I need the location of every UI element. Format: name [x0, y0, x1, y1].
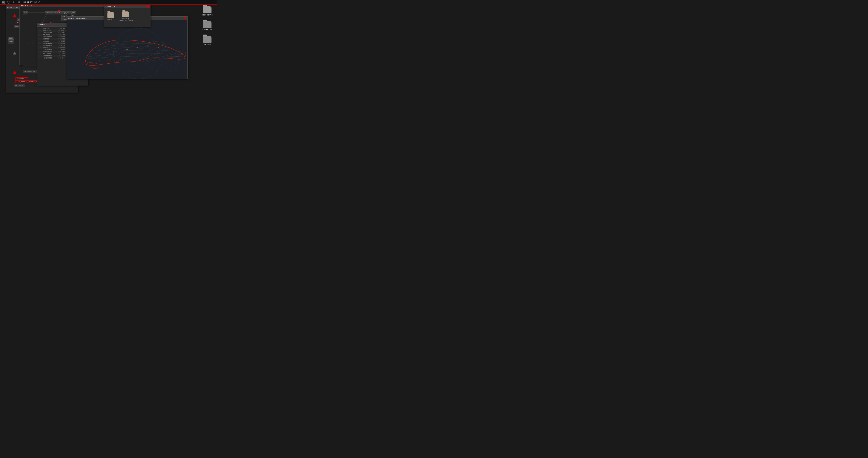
node-02[interactable]: 0.2	[23, 11, 28, 15]
svg-line-25	[113, 44, 151, 63]
infinity-folder-label-1: Infinity	[107, 19, 115, 20]
desktop-icon-photos[interactable]: PHOTOS	[202, 36, 213, 46]
craft-content: -10.4 -100.4 -8	[67, 20, 187, 79]
console-row-num: 04	[38, 34, 43, 36]
console-row-code: 124611115	[43, 49, 58, 51]
svg-rect-41	[126, 49, 128, 50]
console-row-code: nnabbc--	[43, 40, 58, 42]
console-row-num: 03	[38, 32, 43, 33]
svg-line-3	[25, 12, 47, 13]
mesh1-triangle-3	[13, 70, 16, 74]
console-row-num: 12	[38, 51, 43, 53]
console-row-code: 414544414	[43, 36, 58, 38]
console-row-code: nc--nabb	[43, 53, 58, 55]
node-4778: 4778	[8, 40, 14, 44]
console-row-code: nnabbc--	[43, 30, 58, 31]
grid-icon[interactable]	[2, 1, 5, 4]
console-row-code: 1d4dddd4a	[43, 32, 58, 33]
infinity-folder-2[interactable]: Infinity (Spacefleet Mod)	[119, 11, 133, 21]
console-row-code: mfmmfijja	[43, 42, 58, 44]
mesh1-triangle-2	[13, 52, 16, 55]
svg-rect-42	[137, 47, 138, 48]
svg-rect-43	[147, 46, 149, 47]
search-icon[interactable]: ⚲	[12, 1, 16, 4]
infinity-titlebar: INFINITY	[104, 5, 150, 8]
trash-icon[interactable]: 🗑	[18, 1, 21, 4]
console-row-code: q12111f11	[43, 55, 58, 57]
console-row-num: 05	[38, 36, 43, 38]
console-row-code: nn-abbc-	[43, 34, 58, 36]
console-row-num: 09	[38, 45, 43, 46]
m2-vrp3-delay[interactable]: vrp3_delay_$F3	[61, 11, 76, 15]
node-load-model[interactable]: load_model_07_example_vd	[16, 80, 39, 83]
infinity-window: INFINITY Infinity Infinity (Spacefleet M…	[104, 5, 151, 27]
console-row-code: nna--bbc	[43, 47, 58, 48]
desktop-icon-documents[interactable]: DOCUMENTS	[202, 6, 213, 16]
svg-line-37	[160, 47, 172, 59]
infinity-content: Infinity Infinity (Spacefleet Mod)	[104, 8, 150, 24]
svg-line-31	[110, 45, 118, 61]
console-row-code: 444454511	[43, 51, 58, 53]
console-row-num: 15	[38, 57, 43, 59]
infinity-title: INFINITY	[105, 5, 115, 7]
svg-line-30	[103, 46, 112, 62]
infinity-close[interactable]	[147, 5, 149, 8]
node-connect2[interactable]: connect2	[16, 77, 28, 80]
infinity-desktop-folder-icon	[203, 21, 212, 28]
svg-line-24	[105, 41, 141, 62]
documents-label: DOCUMENTS	[202, 14, 213, 16]
svg-text:-100.4: -100.4	[167, 76, 170, 77]
svg-rect-44	[158, 47, 159, 48]
svg-line-33	[126, 41, 134, 64]
infinity-folder-1[interactable]: Infinity	[107, 12, 115, 20]
photos-folder-icon	[203, 36, 212, 43]
mesh1-triangle-1	[13, 14, 16, 17]
console-row-num: 13	[38, 53, 43, 55]
console-row-num: 07	[38, 40, 43, 42]
infinity-desktop-label: INFINITY	[203, 29, 212, 31]
desktop-icon-infinity[interactable]: INFINITY	[202, 21, 213, 31]
svg-text:-10.4: -10.4	[167, 60, 170, 61]
svg-line-26	[122, 46, 160, 63]
documents-folder-icon	[203, 6, 212, 13]
desktop-icons: DOCUMENTS INFINITY PHOTOS	[202, 6, 213, 46]
svg-text:-8: -8	[174, 68, 175, 68]
infinity-folder-icon-1	[107, 12, 114, 18]
node-filtaudio[interactable]: filtaudio_	[14, 84, 25, 87]
svg-line-40	[92, 63, 94, 67]
console-row-num: 02	[38, 30, 43, 31]
photos-label: PHOTOS	[204, 44, 211, 46]
svg-line-29	[147, 56, 182, 62]
m2-threshold-004[interactable]: threshold 0 0 4	[45, 11, 61, 15]
node-3044: 3044	[8, 37, 14, 40]
svg-line-22	[92, 42, 120, 60]
taskbar-title: ROBERT DALY	[24, 1, 41, 3]
console-title: CONSOLE	[38, 24, 47, 26]
m2-nop-1[interactable]: nop	[61, 15, 66, 18]
infinity-folder-label-2: Infinity (Spacefleet Mod)	[119, 18, 133, 21]
svg-point-14	[162, 54, 179, 70]
console-row-code: a--bbac	[43, 28, 58, 29]
console-row-num: 08	[38, 42, 43, 44]
console-row-num: 10	[38, 47, 43, 48]
console-row-code: 414544444	[43, 57, 58, 59]
taskbar: ⚲ 🗑 ROBERT DALY	[0, 0, 217, 5]
console-row-num: 11	[38, 49, 43, 51]
svg-line-32	[118, 42, 126, 63]
mesh2-title: MESH 2_27	[21, 4, 32, 6]
console-row-num: 14	[38, 55, 43, 57]
infinity-folder-icon-2	[122, 11, 129, 17]
craft-close[interactable]	[184, 17, 186, 19]
console-row-code: aljklmmbl	[43, 45, 58, 46]
craft-title: CRAFT SCHEMATIC	[68, 17, 87, 19]
craft-schematic-svg: -10.4 -100.4 -8	[67, 20, 187, 79]
svg-line-39	[175, 54, 182, 57]
globe-icon[interactable]	[7, 1, 10, 4]
console-row-num: 01	[38, 28, 43, 29]
mesh1-title: MESH 1_13	[7, 6, 19, 8]
console-row-code: f12221--	[43, 38, 58, 40]
console-row-num: 06	[38, 38, 43, 40]
